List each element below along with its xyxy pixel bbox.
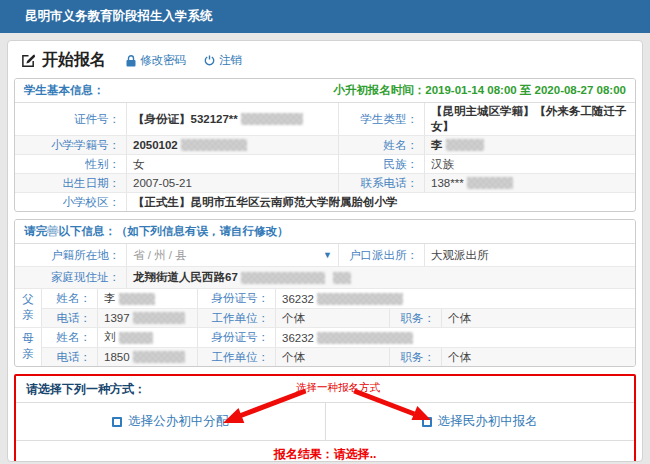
table-row: 证件号： 【身份证】532127** 学生类型： 【昆明主城区学籍】【外来务工随… [15,103,635,135]
father-id-value[interactable]: 36232 [276,289,635,308]
mother-phone-value[interactable]: 1850 [98,348,198,366]
birth-date-label: 出生日期： [15,174,127,192]
choice-annotation: 选择一种报名方式 [296,381,380,395]
father-name-label: 姓名： [42,289,98,308]
father-role-label: 父亲 [15,289,42,327]
mother-role-label: 母亲 [15,328,42,366]
id-number-value: 【身份证】532127** [127,103,339,135]
masked-value [241,113,303,125]
public-middle-school-option[interactable]: 选择公办初中分配 [16,403,326,440]
table-row: 户籍所在地： 省 / 州 / 县 ▼ 户口派出所： 大观派出所 [15,244,635,266]
mother-id-label: 身份证号： [198,328,276,347]
masked-value [119,332,153,344]
student-name-label: 姓名： [339,136,425,154]
home-address-label: 家庭现住址： [15,267,127,288]
masked-value [317,332,413,344]
power-icon [204,55,215,66]
father-work-value[interactable]: 个体 [276,309,390,327]
enrollment-result-status: 报名结果：请选择.. [16,441,634,462]
change-password-link[interactable]: 修改密码 [126,53,186,68]
hukou-location-select[interactable]: 省 / 州 / 县 ▼ [127,244,339,266]
birth-date-value: 2007-05-21 [127,174,339,192]
table-row: 出生日期： 2007-05-21 联系电话： 138*** [15,173,635,192]
id-number-label: 证件号： [15,103,127,135]
chevron-down-icon[interactable]: ▼ [323,250,332,260]
app-title: 昆明市义务教育阶段招生入学系统 [25,9,213,23]
basic-section-header: 学生基本信息： 小升初报名时间：2019-01-14 08:00 至 2020-… [15,79,635,103]
ethnicity-label: 民族： [339,155,425,173]
complete-section-header: 请完善以下信息：（如下列信息有误，请自行修改） [15,220,635,244]
complete-section-title: 请完善以下信息：（如下列信息有误，请自行修改） [24,224,289,239]
student-type-value: 【昆明主城区学籍】【外来务工随迁子女】 [425,103,635,135]
student-name-value: 李 [425,136,635,154]
section-student-basic-info: 学生基本信息： 小升初报名时间：2019-01-14 08:00 至 2020-… [14,78,636,212]
masked-value [133,312,185,324]
checkbox-icon[interactable] [422,417,432,427]
home-address-value[interactable]: 龙翔街道人民西路67 [127,267,635,288]
hukou-location-label: 户籍所在地： [15,244,127,266]
section-complete-info: 请完善以下信息：（如下列信息有误，请自行修改） 户籍所在地： 省 / 州 / 县… [14,219,636,367]
page-title: 开始报名 [21,50,106,71]
table-row: 小学学籍号： 2050102 姓名： 李 [15,135,635,154]
student-type-label: 学生类型： [339,103,425,135]
mother-duty-value[interactable]: 个体 [442,348,635,366]
primary-campus-value: 【正式生】昆明市五华区云南师范大学附属胎创小学 [127,193,635,211]
table-row: 家庭现住址： 龙翔街道人民西路67 [15,266,635,288]
mother-name-value[interactable]: 刘 [98,328,198,347]
checkbox-icon[interactable] [112,417,122,427]
basic-section-title: 学生基本信息： [24,83,105,98]
masked-value [181,139,247,151]
table-row: 性别： 女 民族： 汉族 [15,154,635,173]
masked-value [133,351,185,363]
table-row: 姓名： 刘 身份证号： 36232 [42,328,635,347]
masked-value [317,293,403,305]
father-duty-value[interactable]: 个体 [442,309,635,327]
table-row: 电话： 1850 工作单位： 个体 职务： 个体 [42,347,635,366]
contact-phone-label: 联系电话： [339,174,425,192]
father-work-label: 工作单位： [198,309,276,327]
enrollment-choice-box: 请选择下列一种方式： 选择一种报名方式 选择公办初中分配 选择民办初中报名 报名… [14,374,636,462]
police-station-value: 大观派出所 [425,244,635,266]
enrollment-deadline: 小升初报名时间：2019-01-14 08:00 至 2020-08-27 08… [333,83,626,98]
masked-value [446,139,484,151]
gender-label: 性别： [15,155,127,173]
logout-link[interactable]: 注销 [204,53,242,68]
masked-value [467,177,513,189]
panel-heading: 开始报名 修改密码 注销 [8,41,642,78]
primary-school-id-value: 2050102 [127,136,339,154]
primary-campus-label: 小学校区： [15,193,127,211]
contact-phone-value: 138*** [425,174,635,192]
primary-school-id-label: 小学学籍号： [15,136,127,154]
main-panel: 开始报名 修改密码 注销 学生基本信息： 小升初报名时间：2019-01-14 … [7,40,643,462]
mother-work-label: 工作单位： [198,348,276,366]
private-middle-school-option[interactable]: 选择民办初中报名 [326,403,635,440]
father-phone-value[interactable]: 1397 [98,309,198,327]
table-row: 电话： 1397 工作单位： 个体 职务： 个体 [42,308,635,327]
masked-value [119,293,155,305]
ethnicity-value: 汉族 [425,155,635,173]
masked-value [333,272,351,284]
masked-value [241,272,325,284]
choice-options: 选择公办初中分配 选择民办初中报名 [16,403,634,441]
mother-work-value[interactable]: 个体 [276,348,390,366]
gender-value: 女 [127,155,339,173]
mother-phone-label: 电话： [42,348,98,366]
table-row: 小学校区： 【正式生】昆明市五华区云南师范大学附属胎创小学 [15,192,635,211]
mother-name-label: 姓名： [42,328,98,347]
father-info-block: 父亲 姓名： 李 身份证号： 36232 电话： [15,288,635,327]
mother-info-block: 母亲 姓名： 刘 身份证号： 36232 电话： [15,327,635,366]
police-station-label: 户口派出所： [339,244,425,266]
father-phone-label: 电话： [42,309,98,327]
lock-icon [126,55,136,67]
table-row: 姓名： 李 身份证号： 36232 [42,289,635,308]
father-name-value[interactable]: 李 [98,289,198,308]
mother-id-value[interactable]: 36232 [276,328,635,347]
father-duty-label: 职务： [390,309,442,327]
top-navbar: 昆明市义务教育阶段招生入学系统 [0,0,650,33]
father-id-label: 身份证号： [198,289,276,308]
mother-duty-label: 职务： [390,348,442,366]
edit-icon [21,53,36,68]
